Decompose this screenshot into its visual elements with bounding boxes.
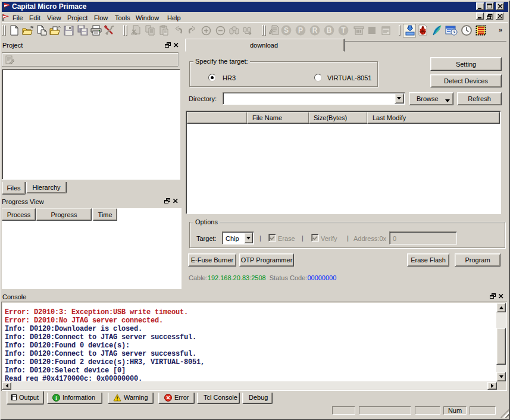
svg-text:P: P bbox=[298, 26, 302, 35]
svg-text:S: S bbox=[283, 26, 288, 35]
svg-text:R: R bbox=[312, 26, 317, 35]
svg-text:B: B bbox=[326, 26, 331, 35]
svg-text:T: T bbox=[341, 26, 346, 35]
